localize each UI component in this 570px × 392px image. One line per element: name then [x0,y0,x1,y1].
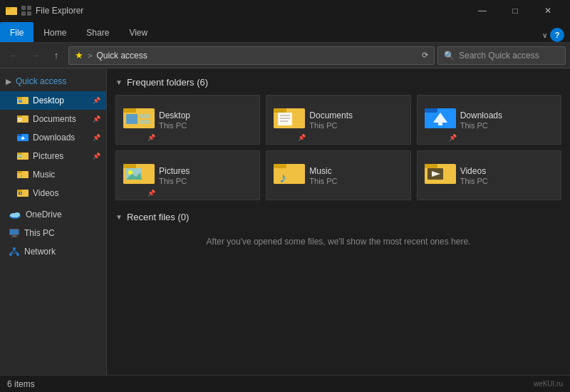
documents-tile-pin: 📌 [298,134,306,141]
sidebar-downloads-label: Downloads [33,133,75,143]
sidebar-item-videos[interactable]: Videos [0,184,106,202]
pictures-folder-icon [17,151,28,161]
svg-rect-25 [17,153,22,155]
search-box[interactable]: 🔍 Search Quick access [437,46,566,65]
svg-rect-61 [278,113,292,125]
app-icon [6,5,17,16]
tab-file[interactable]: File [0,22,33,42]
music-folder-icon: ♪ [17,170,28,180]
sidebar-network-label: Network [24,247,56,257]
documents-tile-sub: This PC [309,121,403,130]
nav-bar: ← → ↑ ★ > Quick access ⟳ 🔍 Search Quick … [0,43,570,68]
frequent-toggle-icon[interactable]: ▼ [115,78,123,86]
sidebar-item-thispc[interactable]: This PC [0,224,106,242]
folder-tile-desktop[interactable]: Desktop This PC 📌 [115,95,260,145]
desktop-thumb [123,105,152,134]
downloads-tile-pin: 📌 [449,134,457,141]
svg-rect-69 [438,123,442,125]
sidebar-item-music[interactable]: ♪ Music [0,165,106,184]
minimize-button[interactable]: — [466,0,499,21]
address-separator: > [88,51,92,60]
recent-toggle-icon[interactable]: ▼ [115,213,123,221]
svg-rect-77 [274,167,305,184]
sidebar-thispc-label: This PC [24,228,55,238]
folder-tile-pictures[interactable]: Pictures This PC 📌 [115,150,260,200]
back-button[interactable]: ← [4,46,23,65]
downloads-tile-sub: This PC [460,121,554,130]
svg-rect-57 [139,120,150,124]
svg-text:♪: ♪ [279,170,286,185]
onedrive-icon [9,210,21,220]
sidebar-quick-access-label: Quick access [16,76,66,86]
music-tile-sub: This PC [309,177,403,185]
documents-tile-name: Documents [309,110,403,120]
close-button[interactable]: ✕ [532,0,564,21]
sidebar-pictures-label: Pictures [33,151,63,161]
search-icon: 🔍 [444,51,455,61]
svg-rect-43 [10,229,19,234]
forward-button[interactable]: → [26,46,44,65]
sidebar-item-pictures[interactable]: Pictures 📌 [0,147,106,165]
desktop-tile-name: Desktop [159,110,252,120]
sidebar-videos-label: Videos [33,188,58,198]
address-path-text: Quick access [96,51,418,61]
status-right: weKUI.ru [534,380,563,388]
pictures-info: Pictures This PC [159,166,252,185]
svg-point-46 [13,247,16,250]
ribbon-tabs: File Home Share View ∨ ? [0,21,570,43]
computer-icon [9,228,20,238]
downloads-tile-name: Downloads [460,110,554,120]
svg-rect-35 [17,190,22,192]
sidebar-onedrive-label: OneDrive [26,210,62,220]
documents-folder-icon [17,114,28,124]
sidebar-item-documents[interactable]: Documents 📌 [0,110,106,128]
quick-access-star-icon: ★ [75,50,83,61]
pin-icon: 📌 [93,97,100,104]
downloads-thumb [425,105,453,134]
maximize-button[interactable]: □ [499,0,532,21]
svg-rect-22 [22,139,24,140]
music-thumb: ♪ [274,161,302,190]
svg-rect-86 [445,175,450,178]
pictures-tile-sub: This PC [159,177,252,185]
sidebar-quick-access-header[interactable]: ▶ Quick access [0,71,106,91]
documents-thumb [274,105,302,134]
svg-point-27 [19,155,20,156]
up-button[interactable]: ↑ [47,46,66,65]
music-tile-name: Music [309,166,403,176]
svg-rect-72 [123,164,136,168]
videos-folder-icon [17,188,28,198]
folder-tile-documents[interactable]: Documents This PC 📌 [266,95,410,145]
sidebar-item-network[interactable]: Network [0,242,106,261]
tab-share[interactable]: Share [76,22,119,42]
sidebar-item-desktop[interactable]: Desktop 📌 [0,91,106,110]
folder-tile-music[interactable]: ♪ Music This PC [266,150,410,200]
help-button[interactable]: ? [550,28,564,42]
sidebar-documents-label: Documents [33,114,76,124]
tab-view[interactable]: View [119,22,157,42]
svg-line-50 [14,250,18,253]
recent-section-header: ▼ Recent files (0) [115,212,561,222]
item-count-text: 6 items [7,379,35,389]
folder-tile-downloads[interactable]: Downloads This PC 📌 [417,95,561,145]
svg-line-49 [11,250,14,253]
svg-rect-56 [139,114,150,118]
folder-tile-videos[interactable]: Videos This PC [417,150,561,200]
folder-grid: Desktop This PC 📌 [115,95,561,200]
documents-info: Documents This PC [309,110,403,130]
svg-rect-54 [123,108,136,113]
svg-rect-4 [27,6,31,10]
search-input[interactable]: Search Quick access [459,51,539,61]
tab-home[interactable]: Home [33,22,76,42]
network-icon [9,247,20,257]
taskbar-squares-icon [21,6,31,16]
svg-rect-45 [11,237,18,237]
address-bar[interactable]: ★ > Quick access ⟳ [68,46,435,65]
pictures-tile-pin: 📌 [147,190,155,197]
title-controls: — □ ✕ [466,0,564,21]
ribbon-collapse-icon[interactable]: ∨ [542,31,547,39]
chevron-icon: ▶ [6,78,11,86]
sidebar-item-downloads[interactable]: Downloads 📌 [0,128,106,147]
refresh-icon[interactable]: ⟳ [422,51,428,60]
sidebar-item-onedrive[interactable]: OneDrive [0,205,106,224]
